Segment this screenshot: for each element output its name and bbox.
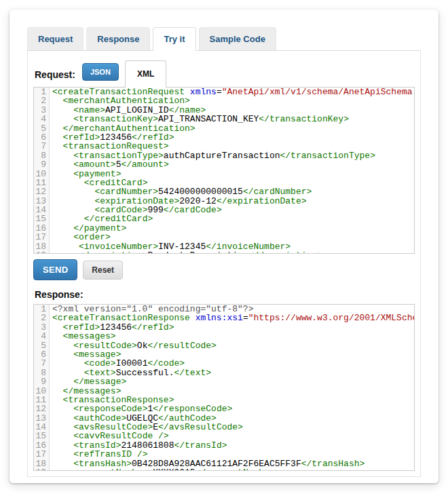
line-number: 4	[34, 332, 50, 341]
code-line: 5 <resultCode>Ok</resultCode>	[34, 341, 414, 350]
code-line: 14 <avsResultCode>E</avsResultCode>	[34, 423, 414, 432]
code-line-text: <transHash>0B428D8A928AAC61121AF2F6EAC5F…	[50, 459, 414, 468]
line-number: 3	[34, 106, 50, 115]
code-line: 9 <amount>5</amount>	[34, 160, 414, 169]
code-line-text: <code>I00001</code>	[50, 359, 414, 368]
line-number: 1	[34, 88, 50, 96]
code-line: 8 <text>Successful.</text>	[34, 368, 414, 377]
line-number: 6	[34, 133, 50, 142]
code-line-text: <createTransactionResponse xmlns:xsi="ht…	[50, 314, 414, 322]
code-line: 17 <refTransID />	[34, 450, 414, 459]
code-line: 18 <invoiceNumber>INV-12345</invoiceNumb…	[34, 242, 414, 251]
code-line: 3 <name>API_LOGIN_ID</name>	[34, 106, 414, 115]
code-line: 1<createTransactionRequest xmlns="AnetAp…	[34, 88, 414, 96]
code-line: 7 <code>I00001</code>	[34, 359, 414, 368]
code-line-text: <refTransID />	[50, 450, 414, 459]
code-line: 3 <refId>123456</refId>	[34, 323, 414, 332]
code-line-text: <accountNumber>XXXX0015</accountNumber>	[50, 468, 414, 471]
code-line-text: </merchantAuthentication>	[50, 124, 414, 133]
code-line-text: <amount>5</amount>	[50, 160, 414, 169]
code-line: 15 </creditCard>	[34, 214, 414, 223]
code-line: 16 </payment>	[34, 224, 414, 233]
code-line-text: <order>	[50, 233, 414, 242]
code-line: 13 <authCode>UGELQC</authCode>	[34, 414, 414, 423]
code-line: 10 </messages>	[34, 387, 414, 396]
code-line: 2<createTransactionResponse xmlns:xsi="h…	[34, 314, 414, 322]
line-number: 10	[34, 170, 50, 178]
response-code-editor[interactable]: 1<?xml version="1.0" encoding="utf-8"?>2…	[33, 304, 415, 471]
tab-response[interactable]: Response	[86, 27, 150, 50]
code-line-text: <name>API_LOGIN_ID</name>	[50, 106, 414, 115]
line-number: 5	[34, 341, 50, 350]
line-number: 15	[34, 214, 50, 223]
code-line-text: <refId>123456</refId>	[50, 323, 414, 332]
code-line-text: <avsResultCode>E</avsResultCode>	[50, 423, 414, 432]
line-number: 5	[34, 124, 50, 133]
code-line-text: </messages>	[50, 387, 414, 396]
code-line: 19 <description>Product Description</des…	[34, 251, 414, 254]
line-number: 18	[34, 242, 50, 251]
code-line-text: </creditCard>	[50, 214, 414, 223]
try-it-card: Request Response Try it Sample Code Requ…	[10, 10, 438, 483]
code-line: 5 </merchantAuthentication>	[34, 124, 414, 133]
action-buttons-row: SEND Reset	[33, 259, 415, 280]
line-number: 17	[34, 450, 50, 459]
code-line: 8 <transactionType>authCaptureTransactio…	[34, 151, 414, 160]
line-number: 14	[34, 423, 50, 432]
tab-request[interactable]: Request	[27, 27, 83, 50]
line-number: 12	[34, 404, 50, 413]
code-line-text: </payment>	[50, 224, 414, 233]
line-number: 13	[34, 197, 50, 206]
code-line-text: <payment>	[50, 170, 414, 178]
code-line: 17 <order>	[34, 233, 414, 242]
line-number: 16	[34, 441, 50, 450]
line-number: 2	[34, 96, 50, 105]
code-line: 13 <expirationDate>2020-12</expirationDa…	[34, 197, 414, 206]
line-number: 15	[34, 432, 50, 440]
code-line-text: <transactionRequest>	[50, 142, 414, 151]
tab-try-it[interactable]: Try it	[153, 27, 195, 51]
try-it-tab-panel: Request: JSON XML 1<createTransactionReq…	[27, 50, 421, 477]
code-line: 15 <cavvResultCode />	[34, 432, 414, 440]
tab-sample-code[interactable]: Sample Code	[199, 27, 276, 50]
code-line-text: <authCode>UGELQC</authCode>	[50, 414, 414, 423]
code-line-text: </message>	[50, 377, 414, 386]
response-label: Response:	[35, 289, 415, 300]
line-number: 7	[34, 359, 50, 368]
line-number: 16	[34, 224, 50, 233]
code-line-text: <messages>	[50, 332, 414, 341]
code-line-text: <merchantAuthentication>	[50, 96, 414, 105]
code-line-text: <responseCode>1</responseCode>	[50, 404, 414, 413]
line-number: 11	[34, 396, 50, 404]
request-code-editor[interactable]: 1<createTransactionRequest xmlns="AnetAp…	[33, 87, 415, 254]
code-line-text: <transactionType>authCaptureTransaction<…	[50, 151, 414, 160]
code-line-text: <invoiceNumber>INV-12345</invoiceNumber>	[50, 242, 414, 251]
code-line: 1<?xml version="1.0" encoding="utf-8"?>	[34, 305, 414, 314]
line-number: 19	[34, 251, 50, 254]
line-number: 17	[34, 233, 50, 242]
request-label: Request:	[35, 69, 75, 80]
send-button[interactable]: SEND	[33, 259, 77, 280]
code-line-text: <?xml version="1.0" encoding="utf-8"?>	[50, 305, 414, 314]
line-number: 7	[34, 142, 50, 151]
reset-button[interactable]: Reset	[83, 261, 123, 280]
xml-format-tab[interactable]: XML	[125, 60, 166, 88]
line-number: 12	[34, 187, 50, 196]
json-format-button[interactable]: JSON	[82, 63, 119, 81]
code-line: 10 <payment>	[34, 170, 414, 178]
line-number: 1	[34, 305, 50, 314]
code-line-text: <cardNumber>5424000000000015</cardNumber…	[50, 187, 414, 196]
line-number: 13	[34, 414, 50, 423]
doc-tabs: Request Response Try it Sample Code	[27, 27, 421, 50]
code-line-text: <creditCard>	[50, 178, 414, 187]
code-line: 11 <creditCard>	[34, 178, 414, 187]
code-line: 2 <merchantAuthentication>	[34, 96, 414, 105]
line-number: 3	[34, 323, 50, 332]
code-line: 19 <accountNumber>XXXX0015</accountNumbe…	[34, 468, 414, 471]
code-line: 4 <transactionKey>API_TRANSACTION_KEY</t…	[34, 115, 414, 124]
code-line: 18 <transHash>0B428D8A928AAC61121AF2F6EA…	[34, 459, 414, 468]
code-line-text: <cardCode>999</cardCode>	[50, 206, 414, 214]
code-line: 6 <message>	[34, 350, 414, 359]
code-line-text: <transactionKey>API_TRANSACTION_KEY</tra…	[50, 115, 414, 124]
line-number: 19	[34, 468, 50, 471]
